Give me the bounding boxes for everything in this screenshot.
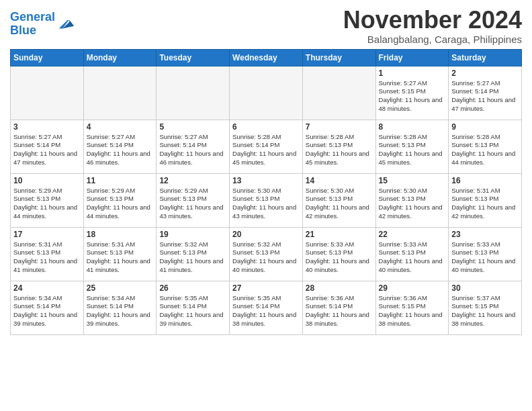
- calendar-day-cell: 4Sunrise: 5:27 AM Sunset: 5:14 PM Daylig…: [83, 120, 157, 173]
- calendar-week-row: 17Sunrise: 5:31 AM Sunset: 5:13 PM Dayli…: [11, 227, 522, 281]
- calendar-day-cell: 25Sunrise: 5:34 AM Sunset: 5:14 PM Dayli…: [83, 281, 157, 334]
- calendar-day-cell: 3Sunrise: 5:27 AM Sunset: 5:14 PM Daylig…: [11, 120, 84, 173]
- calendar-day-cell: [83, 66, 157, 120]
- day-info: Sunrise: 5:30 AM Sunset: 5:13 PM Dayligh…: [232, 187, 300, 221]
- calendar-body: 1Sunrise: 5:27 AM Sunset: 5:15 PM Daylig…: [11, 66, 522, 334]
- day-number: 25: [87, 283, 154, 293]
- day-number: 8: [379, 122, 446, 132]
- day-number: 3: [13, 122, 81, 132]
- day-info: Sunrise: 5:28 AM Sunset: 5:13 PM Dayligh…: [306, 133, 373, 167]
- day-number: 14: [306, 176, 373, 185]
- day-number: 30: [451, 283, 519, 293]
- logo-icon: [56, 15, 75, 34]
- day-number: 26: [159, 283, 226, 293]
- day-info: Sunrise: 5:30 AM Sunset: 5:13 PM Dayligh…: [306, 187, 373, 221]
- day-info: Sunrise: 5:29 AM Sunset: 5:13 PM Dayligh…: [13, 187, 81, 221]
- day-number: 10: [13, 176, 81, 185]
- day-number: 15: [379, 176, 446, 185]
- day-info: Sunrise: 5:30 AM Sunset: 5:13 PM Dayligh…: [379, 187, 446, 221]
- calendar-day-cell: 10Sunrise: 5:29 AM Sunset: 5:13 PM Dayli…: [11, 173, 84, 227]
- calendar-day-cell: 28Sunrise: 5:36 AM Sunset: 5:14 PM Dayli…: [302, 281, 375, 334]
- day-number: 4: [87, 122, 154, 132]
- weekday-header-cell: Sunday: [11, 49, 84, 66]
- calendar-day-cell: 14Sunrise: 5:30 AM Sunset: 5:13 PM Dayli…: [302, 173, 375, 227]
- calendar-day-cell: [157, 66, 230, 120]
- day-number: 21: [306, 230, 373, 239]
- weekday-header-cell: Friday: [375, 49, 449, 66]
- day-info: Sunrise: 5:37 AM Sunset: 5:15 PM Dayligh…: [451, 294, 519, 328]
- calendar-day-cell: 21Sunrise: 5:33 AM Sunset: 5:13 PM Dayli…: [302, 227, 375, 281]
- weekday-header-row: SundayMondayTuesdayWednesdayThursdayFrid…: [11, 49, 522, 66]
- calendar-day-cell: 26Sunrise: 5:35 AM Sunset: 5:14 PM Dayli…: [157, 281, 230, 334]
- calendar-day-cell: 9Sunrise: 5:28 AM Sunset: 5:13 PM Daylig…: [449, 120, 522, 173]
- calendar-day-cell: 11Sunrise: 5:29 AM Sunset: 5:13 PM Dayli…: [83, 173, 157, 227]
- day-info: Sunrise: 5:28 AM Sunset: 5:13 PM Dayligh…: [451, 133, 519, 167]
- calendar-week-row: 3Sunrise: 5:27 AM Sunset: 5:14 PM Daylig…: [11, 120, 522, 173]
- day-info: Sunrise: 5:27 AM Sunset: 5:14 PM Dayligh…: [13, 133, 81, 167]
- day-number: 13: [232, 176, 300, 185]
- calendar-day-cell: 20Sunrise: 5:32 AM Sunset: 5:13 PM Dayli…: [230, 227, 303, 281]
- calendar-day-cell: 17Sunrise: 5:31 AM Sunset: 5:13 PM Dayli…: [11, 227, 84, 281]
- day-number: 22: [379, 230, 446, 239]
- calendar-day-cell: 18Sunrise: 5:31 AM Sunset: 5:13 PM Dayli…: [83, 227, 157, 281]
- day-number: 11: [87, 176, 154, 185]
- day-info: Sunrise: 5:31 AM Sunset: 5:13 PM Dayligh…: [87, 240, 154, 275]
- logo-text: General Blue: [10, 11, 55, 38]
- day-info: Sunrise: 5:29 AM Sunset: 5:13 PM Dayligh…: [87, 187, 154, 221]
- day-info: Sunrise: 5:27 AM Sunset: 5:14 PM Dayligh…: [87, 133, 154, 167]
- day-number: 9: [451, 122, 519, 132]
- calendar-week-row: 10Sunrise: 5:29 AM Sunset: 5:13 PM Dayli…: [11, 173, 522, 227]
- day-info: Sunrise: 5:32 AM Sunset: 5:13 PM Dayligh…: [159, 240, 226, 275]
- day-info: Sunrise: 5:33 AM Sunset: 5:13 PM Dayligh…: [379, 240, 446, 275]
- calendar-day-cell: 19Sunrise: 5:32 AM Sunset: 5:13 PM Dayli…: [157, 227, 230, 281]
- calendar-day-cell: 24Sunrise: 5:34 AM Sunset: 5:14 PM Dayli…: [11, 281, 84, 334]
- day-number: 2: [451, 68, 519, 78]
- calendar-day-cell: 2Sunrise: 5:27 AM Sunset: 5:14 PM Daylig…: [449, 66, 522, 120]
- calendar-day-cell: 15Sunrise: 5:30 AM Sunset: 5:13 PM Dayli…: [375, 173, 449, 227]
- day-number: 5: [159, 122, 226, 132]
- day-number: 18: [87, 230, 154, 239]
- day-info: Sunrise: 5:36 AM Sunset: 5:14 PM Dayligh…: [306, 294, 373, 328]
- day-number: 23: [451, 230, 519, 239]
- calendar-day-cell: 22Sunrise: 5:33 AM Sunset: 5:13 PM Dayli…: [375, 227, 449, 281]
- day-number: 27: [232, 283, 300, 293]
- weekday-header-cell: Thursday: [302, 49, 375, 66]
- weekday-header-cell: Saturday: [449, 49, 522, 66]
- day-info: Sunrise: 5:34 AM Sunset: 5:14 PM Dayligh…: [13, 294, 81, 328]
- calendar-day-cell: 7Sunrise: 5:28 AM Sunset: 5:13 PM Daylig…: [302, 120, 375, 173]
- page-header: General Blue November 2024 Balangbalang,…: [10, 7, 522, 45]
- day-info: Sunrise: 5:31 AM Sunset: 5:13 PM Dayligh…: [13, 240, 81, 275]
- month-title: November 2024: [343, 7, 522, 34]
- calendar-day-cell: 6Sunrise: 5:28 AM Sunset: 5:14 PM Daylig…: [230, 120, 303, 173]
- day-info: Sunrise: 5:33 AM Sunset: 5:13 PM Dayligh…: [451, 240, 519, 275]
- calendar-day-cell: 27Sunrise: 5:35 AM Sunset: 5:14 PM Dayli…: [230, 281, 303, 334]
- day-info: Sunrise: 5:32 AM Sunset: 5:13 PM Dayligh…: [232, 240, 300, 275]
- day-info: Sunrise: 5:27 AM Sunset: 5:14 PM Dayligh…: [451, 79, 519, 113]
- weekday-header-cell: Tuesday: [157, 49, 230, 66]
- day-info: Sunrise: 5:28 AM Sunset: 5:13 PM Dayligh…: [379, 133, 446, 167]
- title-area: November 2024 Balangbalang, Caraga, Phil…: [343, 7, 522, 45]
- day-number: 7: [306, 122, 373, 132]
- calendar-day-cell: 30Sunrise: 5:37 AM Sunset: 5:15 PM Dayli…: [449, 281, 522, 334]
- calendar-day-cell: 1Sunrise: 5:27 AM Sunset: 5:15 PM Daylig…: [375, 66, 449, 120]
- calendar-day-cell: 8Sunrise: 5:28 AM Sunset: 5:13 PM Daylig…: [375, 120, 449, 173]
- day-number: 17: [13, 230, 81, 239]
- calendar-week-row: 24Sunrise: 5:34 AM Sunset: 5:14 PM Dayli…: [11, 281, 522, 334]
- day-info: Sunrise: 5:35 AM Sunset: 5:14 PM Dayligh…: [159, 294, 226, 328]
- day-info: Sunrise: 5:36 AM Sunset: 5:15 PM Dayligh…: [379, 294, 446, 328]
- calendar-day-cell: [302, 66, 375, 120]
- day-number: 19: [159, 230, 226, 239]
- calendar-day-cell: 16Sunrise: 5:31 AM Sunset: 5:13 PM Dayli…: [449, 173, 522, 227]
- day-info: Sunrise: 5:27 AM Sunset: 5:14 PM Dayligh…: [159, 133, 226, 167]
- calendar-day-cell: [230, 66, 303, 120]
- calendar-day-cell: 12Sunrise: 5:29 AM Sunset: 5:13 PM Dayli…: [157, 173, 230, 227]
- calendar-day-cell: 5Sunrise: 5:27 AM Sunset: 5:14 PM Daylig…: [157, 120, 230, 173]
- day-number: 29: [379, 283, 446, 293]
- weekday-header-cell: Monday: [83, 49, 157, 66]
- day-info: Sunrise: 5:28 AM Sunset: 5:14 PM Dayligh…: [232, 133, 300, 167]
- calendar-day-cell: 13Sunrise: 5:30 AM Sunset: 5:13 PM Dayli…: [230, 173, 303, 227]
- day-info: Sunrise: 5:35 AM Sunset: 5:14 PM Dayligh…: [232, 294, 300, 328]
- day-number: 16: [451, 176, 519, 185]
- calendar-day-cell: 23Sunrise: 5:33 AM Sunset: 5:13 PM Dayli…: [449, 227, 522, 281]
- day-number: 24: [13, 283, 81, 293]
